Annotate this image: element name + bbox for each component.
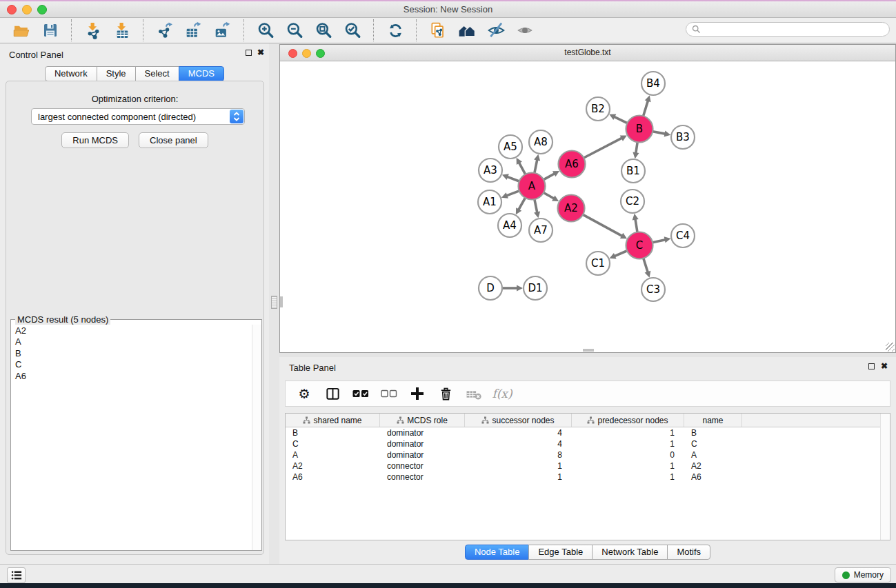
table-row[interactable]: A2connector11A2 <box>286 460 890 472</box>
show-eye-icon[interactable] <box>515 20 535 41</box>
graph-edge[interactable] <box>653 240 666 243</box>
first-neighbors-icon[interactable] <box>457 20 477 41</box>
node-label-A5: A5 <box>504 141 517 153</box>
table-row[interactable]: Adominator80A <box>286 449 890 460</box>
close-panel-button[interactable]: Close panel <box>139 132 208 148</box>
close-table-panel-icon[interactable]: ✖ <box>881 361 888 371</box>
column-header-predecessor-nodes[interactable]: predecessor nodes <box>572 414 684 427</box>
zoom-in-icon[interactable] <box>255 20 276 41</box>
graph-edge[interactable] <box>544 174 555 180</box>
graph-edge[interactable] <box>519 163 525 174</box>
tab-motifs[interactable]: Motifs <box>667 545 710 560</box>
clone-network-icon[interactable] <box>428 20 448 41</box>
mcds-result-item[interactable]: A <box>15 336 261 347</box>
graph-edge[interactable] <box>614 116 627 123</box>
refresh-icon[interactable] <box>385 20 406 41</box>
graph-edge[interactable] <box>636 142 637 153</box>
splitter-grip-icon[interactable] <box>271 296 277 309</box>
search-input[interactable] <box>704 24 879 35</box>
criterion-select[interactable]: largest connected component (directed) <box>31 108 245 125</box>
network-file-title: testGlobe.txt <box>280 48 895 57</box>
close-panel-icon[interactable]: ✖ <box>257 48 264 57</box>
mcds-result-item[interactable]: A6 <box>15 371 261 382</box>
table-cell: connector <box>380 472 465 482</box>
table-row[interactable]: Bdominator41B <box>286 427 890 438</box>
add-column-icon[interactable] <box>408 385 426 403</box>
panel-splitter[interactable] <box>269 43 280 564</box>
open-session-icon[interactable] <box>11 20 32 41</box>
zoom-fit-icon[interactable] <box>313 20 334 41</box>
mcds-result-item[interactable]: A2 <box>15 325 261 336</box>
memory-button[interactable]: Memory <box>835 567 891 582</box>
mcds-result-list[interactable]: A2ABCA6 <box>15 325 261 382</box>
export-table-icon[interactable] <box>183 20 204 41</box>
search-field[interactable] <box>686 22 890 37</box>
graph-edge[interactable] <box>506 191 519 196</box>
import-table-icon[interactable] <box>112 20 132 41</box>
table-options-gear-icon[interactable]: ⚙ <box>295 385 313 403</box>
run-mcds-button[interactable]: Run MCDS <box>61 132 129 148</box>
graph-edge[interactable] <box>644 101 648 116</box>
graph-edge[interactable] <box>615 251 627 256</box>
float-table-panel-icon[interactable] <box>868 363 875 369</box>
toolbar-separator <box>243 19 245 41</box>
table-row[interactable]: A6connector11A6 <box>286 472 890 483</box>
network-canvas[interactable]: B4B2BB3A8A5A6A3B1AC2A1A2A4A7C4CC1C3DD1 <box>280 61 895 352</box>
graph-edge[interactable] <box>644 258 648 273</box>
save-session-icon[interactable] <box>40 20 61 41</box>
tab-style[interactable]: Style <box>97 66 136 81</box>
import-network-icon[interactable] <box>83 20 103 41</box>
table-cell: 1 <box>465 472 572 482</box>
graph-edge[interactable] <box>584 138 621 158</box>
table-cell: A2 <box>286 461 380 471</box>
float-panel-icon[interactable] <box>246 50 252 56</box>
search-icon <box>692 25 701 34</box>
column-header-successor-nodes[interactable]: successor nodes <box>465 414 572 427</box>
delete-table-icon[interactable] <box>465 385 483 403</box>
function-builder-icon[interactable]: f(x) <box>493 385 511 403</box>
graph-edge[interactable] <box>519 198 526 210</box>
column-header-MCDS-role[interactable]: MCDS role <box>380 414 465 427</box>
graph-edge[interactable] <box>535 199 537 212</box>
node-label-C4: C4 <box>676 230 690 242</box>
graph-edge[interactable] <box>635 219 637 232</box>
tab-node-table[interactable]: Node Table <box>465 545 530 560</box>
graph-edge[interactable] <box>544 193 554 199</box>
tab-edge-table[interactable]: Edge Table <box>528 545 593 560</box>
network-view-window: testGlobe.txt B4B2BB3A8A5A6A3B1AC2A1A2A4… <box>279 44 896 353</box>
export-image-icon[interactable] <box>212 20 233 41</box>
result-scrollbar[interactable] <box>252 325 261 550</box>
mcds-result-item[interactable]: B <box>15 348 261 359</box>
delete-columns-icon[interactable] <box>437 385 455 403</box>
select-all-rows-icon[interactable] <box>352 385 370 403</box>
mcds-result-item[interactable]: C <box>15 359 261 370</box>
hide-panel-eye-icon[interactable] <box>486 20 506 41</box>
h-scroll-hint[interactable] <box>583 349 594 352</box>
graph-edge[interactable] <box>653 132 665 134</box>
tab-select[interactable]: Select <box>135 66 179 81</box>
graph-edge[interactable] <box>507 176 519 181</box>
table-scrollbar[interactable] <box>880 414 890 540</box>
graph-edge[interactable] <box>583 214 622 236</box>
network-graph[interactable]: B4B2BB3A8A5A6A3B1AC2A1A2A4A7C4CC1C3DD1 <box>280 61 895 352</box>
edge-arrowhead <box>633 214 639 221</box>
show-columns-icon[interactable] <box>323 385 341 403</box>
export-network-icon[interactable] <box>155 20 175 41</box>
table-row[interactable]: Cdominator41C <box>286 438 890 449</box>
resize-grip-icon[interactable] <box>886 343 895 352</box>
graph-edge[interactable] <box>535 159 537 172</box>
column-header-name[interactable]: name <box>684 414 742 427</box>
zoom-selected-icon[interactable] <box>342 20 363 41</box>
tab-network[interactable]: Network <box>45 66 97 81</box>
v-scroll-hint[interactable] <box>280 296 283 307</box>
node-label-A8: A8 <box>534 136 548 148</box>
column-header-shared-name[interactable]: shared name <box>286 414 380 427</box>
zoom-out-icon[interactable] <box>284 20 305 41</box>
deselect-all-rows-icon[interactable] <box>380 385 398 403</box>
status-bar: Memory <box>0 564 896 583</box>
edge-arrowhead <box>517 285 523 291</box>
tab-network-table[interactable]: Network Table <box>592 545 668 560</box>
tab-mcds[interactable]: MCDS <box>179 66 224 81</box>
task-history-icon[interactable] <box>7 567 26 583</box>
table-cell: 1 <box>465 461 572 471</box>
